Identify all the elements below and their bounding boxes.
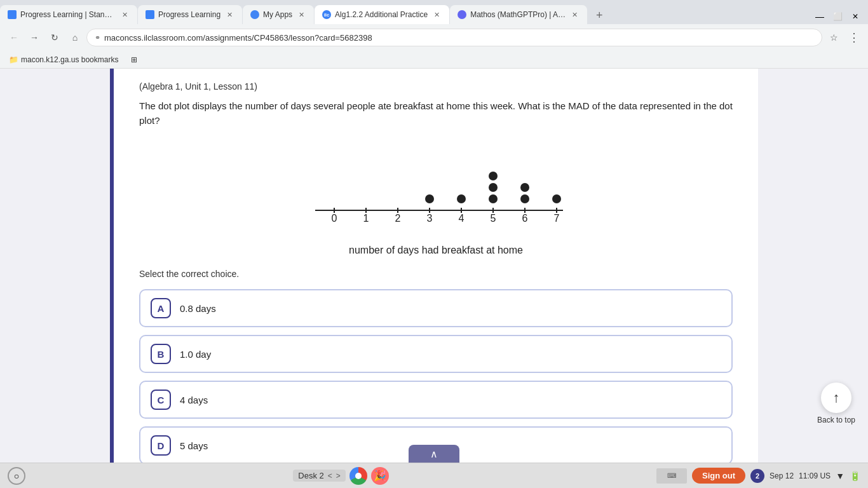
- svg-point-21: [489, 172, 498, 180]
- close-button[interactable]: ✕: [848, 9, 863, 24]
- tab-title-4: Alg1.2.2 Additional Practice: [335, 10, 428, 19]
- chrome-icon[interactable]: [349, 467, 367, 485]
- tab-my-apps[interactable]: My Apps ✕: [243, 5, 314, 24]
- choice-c[interactable]: C 4 days: [139, 381, 733, 419]
- tab-favicon-4: ilc: [322, 10, 331, 19]
- back-to-top-circle: ↑: [821, 383, 851, 413]
- svg-point-20: [489, 183, 498, 192]
- restore-button[interactable]: ⬜: [830, 9, 845, 24]
- tab-favicon-3: [250, 10, 259, 19]
- notification-count: 2: [756, 472, 759, 480]
- forward-button[interactable]: →: [25, 29, 43, 46]
- svg-text:2: 2: [395, 213, 401, 224]
- scroll-up-button[interactable]: ∧: [409, 445, 459, 463]
- choice-text-a: 0.8 days: [180, 303, 216, 314]
- tab-progress-learning[interactable]: Progress Learning ✕: [138, 5, 242, 24]
- content-area: (Algebra 1, Unit 1, Lesson 11) The dot p…: [110, 69, 758, 463]
- desk-label: Desk 2: [298, 471, 323, 480]
- tab-title-3: My Apps: [263, 10, 292, 19]
- choice-b[interactable]: B 1.0 day: [139, 335, 733, 373]
- bookmark-macon[interactable]: 📁 macon.k12.ga.us bookmarks: [5, 54, 122, 65]
- svg-text:0: 0: [332, 213, 337, 224]
- back-to-top[interactable]: ↑ Back to top: [817, 383, 855, 424]
- select-instruction: Select the correct choice.: [139, 269, 733, 279]
- svg-text:5: 5: [491, 213, 496, 224]
- bookmark-label-macon: 📁: [9, 55, 18, 64]
- bookmark-text-macon: macon.k12.ga.us bookmarks: [21, 55, 118, 64]
- bookmark-grid[interactable]: ⊞: [127, 54, 141, 65]
- choice-letter-c: C: [151, 390, 171, 410]
- time-display: 11:09 US: [799, 471, 831, 480]
- party-icon[interactable]: 🎉: [371, 467, 389, 485]
- keyboard-layout-icon: ⌨: [656, 468, 687, 484]
- page-content: (Algebra 1, Unit 1, Lesson 11) The dot p…: [0, 69, 868, 463]
- back-to-top-icon: ↑: [832, 390, 839, 406]
- lesson-tag: (Algebra 1, Unit 1, Lesson 11): [139, 81, 733, 92]
- choice-letter-d: D: [151, 435, 171, 456]
- svg-point-22: [520, 194, 529, 203]
- tab-title-5: Mathos (MathGPTPro) | AI M: [470, 10, 566, 19]
- tab-title-1: Progress Learning | Standard: [20, 10, 116, 19]
- address-bar[interactable]: ⚭ maconcss.ilclassroom.com/assignments/C…: [86, 29, 822, 46]
- choice-container: A 0.8 days B 1.0 day C 4 days D 5 days: [139, 289, 733, 463]
- choice-letter-a: A: [151, 298, 171, 318]
- tab-close-3[interactable]: ✕: [296, 10, 306, 20]
- home-button[interactable]: ⌂: [66, 29, 84, 46]
- tab-mathos[interactable]: Mathos (MathGPTPro) | AI M ✕: [450, 5, 587, 24]
- url-text: maconcss.ilclassroom.com/assignments/CP4…: [104, 33, 372, 43]
- battery-icon: 🔋: [850, 471, 860, 481]
- dot-plot-label: number of days had breakfast at home: [349, 245, 523, 256]
- back-button[interactable]: ←: [5, 29, 23, 46]
- keyboard-layout-text: ⌨: [667, 472, 676, 479]
- svg-point-18: [457, 194, 466, 203]
- notification-badge[interactable]: 2: [750, 469, 764, 483]
- bookmarks-bar: 📁 macon.k12.ga.us bookmarks ⊞: [0, 51, 868, 69]
- dot-plot-svg: 0 1 2 3 4 5 6 7: [296, 140, 576, 242]
- dot-plot-container: 0 1 2 3 4 5 6 7: [139, 140, 733, 256]
- secure-icon: ⚭: [95, 34, 100, 42]
- svg-point-19: [489, 194, 498, 203]
- svg-text:7: 7: [554, 213, 560, 224]
- choice-text-d: 5 days: [180, 440, 208, 451]
- new-tab-button[interactable]: +: [590, 6, 608, 24]
- svg-point-17: [425, 194, 434, 203]
- tab-bar: Progress Learning | Standard ✕ Progress …: [0, 0, 868, 24]
- minimize-button[interactable]: —: [812, 9, 827, 24]
- desk-selector: Desk 2 < >: [293, 470, 346, 482]
- browser-chrome: Progress Learning | Standard ✕ Progress …: [0, 0, 868, 69]
- choice-text-b: 1.0 day: [180, 349, 211, 360]
- tab-close-5[interactable]: ✕: [569, 10, 580, 20]
- tab-close-4[interactable]: ✕: [431, 10, 442, 20]
- taskbar-right: ⌨ Sign out 2 Sep 12 11:09 US ▼ 🔋: [656, 468, 860, 484]
- choice-letter-b: B: [151, 344, 171, 364]
- taskbar-center: Desk 2 < > 🎉: [293, 467, 389, 485]
- svg-text:6: 6: [522, 213, 528, 224]
- bookmark-button[interactable]: ☆: [825, 29, 843, 46]
- desk-prev-button[interactable]: <: [328, 471, 332, 480]
- choice-a[interactable]: A 0.8 days: [139, 289, 733, 327]
- back-to-top-text: Back to top: [817, 416, 855, 424]
- svg-point-23: [520, 183, 529, 192]
- question-text: The dot plot displays the number of days…: [139, 99, 733, 128]
- wifi-icon: ▼: [836, 471, 844, 481]
- tab-favicon-1: [8, 10, 17, 19]
- choice-text-c: 4 days: [180, 395, 208, 405]
- refresh-button[interactable]: ↻: [46, 29, 64, 46]
- date-display: Sep 12: [770, 471, 794, 480]
- tab-close-1[interactable]: ✕: [119, 10, 130, 20]
- taskbar: ○ Desk 2 < > 🎉 ⌨ Sign out 2 Sep 12 11:09…: [0, 463, 868, 488]
- tab-progress-learning-standard[interactable]: Progress Learning | Standard ✕: [0, 5, 137, 24]
- start-button[interactable]: ○: [8, 467, 25, 485]
- menu-button[interactable]: ⋮: [845, 29, 863, 46]
- svg-text:1: 1: [363, 213, 369, 224]
- tab-favicon-2: [146, 10, 154, 19]
- svg-text:3: 3: [427, 213, 433, 224]
- tab-favicon-5: [458, 10, 466, 19]
- desk-next-button[interactable]: >: [336, 471, 341, 480]
- svg-text:4: 4: [459, 213, 465, 224]
- tab-close-2[interactable]: ✕: [224, 10, 234, 20]
- bookmark-grid-icon: ⊞: [131, 55, 137, 64]
- sign-out-button[interactable]: Sign out: [692, 468, 745, 484]
- taskbar-left: ○: [8, 467, 25, 485]
- tab-alg-practice[interactable]: ilc Alg1.2.2 Additional Practice ✕: [315, 5, 449, 24]
